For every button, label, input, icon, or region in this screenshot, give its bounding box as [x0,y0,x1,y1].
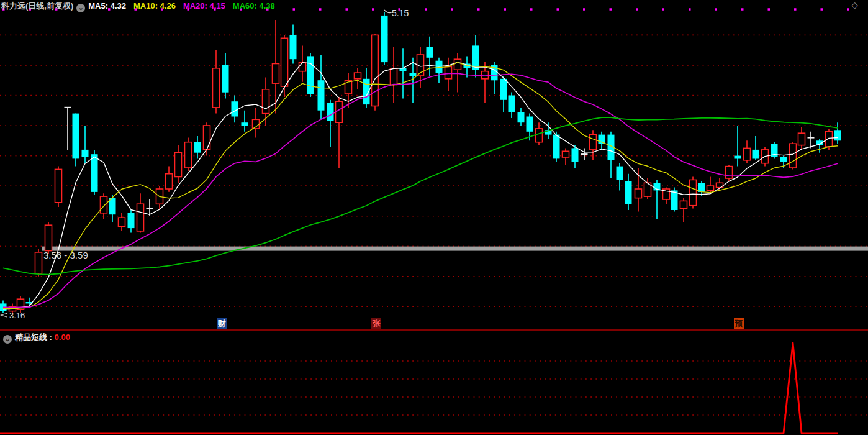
sub-indicator-name: 精品短线 [15,332,47,342]
watermark-badge: 预 [734,318,744,329]
svg-text:5.15: 5.15 [392,8,409,18]
sub-indicator-header: ⌄精品短线 : 0.00 [1,332,70,342]
chart-window: 3.56 - 3.595.153.16 科力远(日线,前复权)⌄MA5: 4.3… [0,0,868,435]
ma60-legend: MA60: 4.38 [233,1,275,11]
chart-legend: 科力远(日线,前复权)⌄MA5: 4.32MA10: 4.26MA20: 4.1… [1,1,283,12]
ma10-legend: MA10: 4.26 [133,1,176,11]
ma20-legend: MA20: 4.15 [183,1,225,11]
watermark-badge: 财 [217,318,227,329]
sub-indicator-separator: : [47,332,55,342]
chevron-down-icon[interactable]: ⌄ [76,4,85,12]
main-chart-canvas[interactable]: 3.56 - 3.595.153.16 [0,0,868,435]
chevron-down-icon[interactable]: ⌄ [3,335,12,344]
watermark-badge: 张 [371,318,381,329]
diamond-icon[interactable]: ◇ [851,0,858,10]
ma5-legend: MA5: 4.32 [88,1,126,11]
page-icon[interactable] [862,1,868,9]
titlebar-icons: ◇ [851,0,867,10]
svg-text:3.16: 3.16 [9,311,25,320]
symbol-title: 科力远(日线,前复权) [1,1,73,11]
sub-indicator-value: 0.00 [55,332,70,342]
